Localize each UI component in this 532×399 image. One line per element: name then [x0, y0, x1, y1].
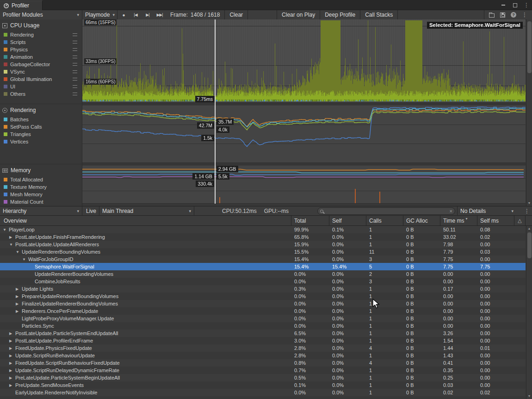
legend-item-ui[interactable]: UI: [0, 83, 82, 90]
current-frame-icon[interactable]: ▶▶|: [154, 10, 166, 19]
foldout-collapsed-icon[interactable]: ▶: [9, 235, 15, 239]
memory-chart[interactable]: [82, 166, 526, 204]
table-row[interactable]: ▶PreUpdate.SendMouseEvents0.1%0.0%10 B0.…: [0, 381, 532, 389]
drag-handle-icon[interactable]: [73, 33, 77, 36]
table-row[interactable]: EarlyUpdate.RendererNotifyInvisible0.0%0…: [0, 389, 532, 396]
search-input[interactable]: [325, 208, 448, 214]
table-row[interactable]: ▼PlayerLoop99.9%0.1%10 B50.110.08: [0, 226, 532, 233]
foldout-collapsed-icon[interactable]: ▶: [9, 346, 15, 350]
column-header-gc-alloc[interactable]: GC Alloc: [403, 216, 440, 225]
scrollbar-thumb[interactable]: [527, 21, 532, 73]
clear-on-play-button[interactable]: Clear on Play: [277, 10, 320, 19]
maximize-icon[interactable]: [511, 1, 519, 9]
legend-item-material-count[interactable]: Material Count: [0, 198, 82, 206]
foldout-expanded-icon[interactable]: ▼: [16, 250, 22, 254]
column-header-self[interactable]: Self: [329, 216, 366, 225]
save-profile-icon[interactable]: [500, 12, 505, 18]
drag-handle-icon[interactable]: [73, 85, 77, 88]
search-field[interactable]: ×: [317, 207, 455, 215]
minimize-icon[interactable]: [500, 1, 507, 9]
record-icon[interactable]: ●: [118, 10, 130, 19]
drag-handle-icon[interactable]: [73, 56, 77, 58]
legend-item-scripts[interactable]: Scripts: [0, 38, 82, 46]
foldout-collapsed-icon[interactable]: ▶: [16, 294, 22, 299]
next-frame-icon[interactable]: ▶|: [142, 10, 154, 19]
foldout-collapsed-icon[interactable]: ▶: [9, 331, 15, 336]
drag-handle-icon[interactable]: [73, 93, 77, 95]
table-row[interactable]: LightProbeProxyVolumeManager.Update0.0%0…: [0, 315, 532, 322]
foldout-collapsed-icon[interactable]: ▶: [9, 383, 15, 387]
scroll-down-icon[interactable]: ▼: [526, 393, 532, 399]
table-scrollbar[interactable]: ▲ ▼: [526, 226, 532, 399]
previous-frame-icon[interactable]: |◀: [130, 10, 142, 19]
clear-search-icon[interactable]: ×: [450, 208, 452, 214]
live-toggle-button[interactable]: Live: [84, 206, 99, 215]
legend-item-garbagecollector[interactable]: GarbageCollector: [0, 61, 82, 68]
legend-item-rendering[interactable]: Rendering: [0, 31, 82, 38]
details-view-dropdown[interactable]: No Details ▾: [457, 206, 516, 215]
table-row[interactable]: ▼WaitForJobGroupID15.4%0.0%30 B7.750.00: [0, 256, 532, 263]
deep-profile-button[interactable]: Deep Profile: [320, 10, 360, 19]
help-icon[interactable]: ?: [511, 12, 516, 18]
scroll-up-icon[interactable]: ▲: [526, 226, 532, 231]
charts-scrollbar[interactable]: ▼: [526, 19, 532, 206]
legend-item-mesh-memory[interactable]: Mesh Memory: [0, 191, 82, 198]
legend-item-physics[interactable]: Physics: [0, 46, 82, 53]
toolbar-menu-icon[interactable]: ⋮: [522, 12, 527, 18]
legend-item-batches[interactable]: Batches: [0, 116, 82, 123]
drag-handle-icon[interactable]: [73, 63, 77, 66]
call-stacks-button[interactable]: Call Stacks: [360, 10, 398, 19]
table-row[interactable]: ▶Update.ScriptRunDelayedDynamicFrameRate…: [0, 367, 532, 374]
foldout-collapsed-icon[interactable]: ▶: [9, 361, 15, 365]
legend-item-setpass-calls[interactable]: SetPass Calls: [0, 123, 82, 131]
foldout-expanded-icon[interactable]: ▼: [22, 257, 28, 262]
attach-target-dropdown[interactable]: Playmode ▾: [82, 10, 118, 19]
table-row[interactable]: UpdateRendererBoundingVolumes0.0%0.0%20 …: [0, 270, 532, 278]
table-row[interactable]: ▶FixedUpdate.ScriptRunBehaviourFixedUpda…: [0, 359, 532, 367]
table-row[interactable]: ▶PostLateUpdate.FinishFrameRendering65.8…: [0, 233, 532, 241]
table-row[interactable]: ▶PostLateUpdate.ProfilerEndFrame3.0%0.0%…: [0, 337, 532, 344]
column-header-overview[interactable]: Overview: [0, 216, 291, 225]
load-profile-icon[interactable]: [489, 13, 495, 18]
rendering-chart[interactable]: [82, 106, 526, 163]
table-row[interactable]: ▶FixedUpdate.PhysicsFixedUpdate2.8%0.0%4…: [0, 344, 532, 352]
table-row[interactable]: ▼PostLateUpdate.UpdateAllRenderers15.9%0…: [0, 241, 532, 248]
table-row[interactable]: ▶Update.ScriptRunBehaviourUpdate2.8%0.0%…: [0, 352, 532, 359]
table-row[interactable]: ▼UpdateRendererBoundingVolumes15.5%0.0%1…: [0, 248, 532, 256]
cpu-usage-chart[interactable]: [82, 19, 526, 103]
tab-profiler[interactable]: Profiler: [0, 0, 43, 10]
foldout-collapsed-icon[interactable]: ▶: [9, 368, 15, 373]
foldout-collapsed-icon[interactable]: ▶: [9, 354, 15, 358]
hierarchy-menu-icon[interactable]: ⋮: [523, 206, 531, 215]
legend-item-vsync[interactable]: VSync: [0, 68, 82, 75]
foldout-collapsed-icon[interactable]: ▶: [9, 339, 15, 343]
drag-handle-icon[interactable]: [73, 48, 77, 51]
foldout-collapsed-icon[interactable]: ▶: [9, 376, 15, 380]
table-row[interactable]: ▶PrepareUpdateRendererBoundingVolumes0.0…: [0, 293, 532, 300]
table-row[interactable]: CombineJobResults0.0%0.0%30 B0.000.00: [0, 278, 532, 285]
foldout-expanded-icon[interactable]: ▼: [9, 243, 15, 247]
table-row[interactable]: ▶FinalizeUpdateRendererBoundingVolumes0.…: [0, 300, 532, 307]
foldout-collapsed-icon[interactable]: ▶: [16, 302, 22, 306]
table-row[interactable]: ▶Update Lights0.3%0.0%10 B0.170.00: [0, 285, 532, 293]
column-header-time-ms[interactable]: Time ms ▾: [440, 216, 477, 225]
window-menu-icon[interactable]: ⋮: [523, 1, 530, 9]
legend-item-global-illumination[interactable]: Global Illumination: [0, 75, 82, 83]
legend-item-animation[interactable]: Animation: [0, 53, 82, 61]
clear-button[interactable]: Clear: [224, 10, 248, 19]
drag-handle-icon[interactable]: [73, 70, 77, 73]
scrollbar-thumb[interactable]: [527, 232, 532, 258]
column-header-self-ms[interactable]: Self ms: [477, 216, 514, 225]
table-row[interactable]: ▶PostLateUpdate.ParticleSystemEndUpdateA…: [0, 330, 532, 337]
scroll-down-icon[interactable]: ▼: [526, 200, 532, 206]
legend-item-texture-memory[interactable]: Texture Memory: [0, 183, 82, 191]
drag-handle-icon[interactable]: [73, 41, 77, 44]
column-header-calls[interactable]: Calls: [366, 216, 403, 225]
table-row[interactable]: Particles.Sync0.0%0.0%10 B0.000.00: [0, 322, 532, 330]
column-header-total[interactable]: Total: [291, 216, 329, 225]
foldout-collapsed-icon[interactable]: ▶: [16, 309, 22, 313]
thread-dropdown[interactable]: Main Thread ▾: [99, 206, 194, 215]
legend-item-triangles[interactable]: Triangles: [0, 131, 82, 138]
drag-handle-icon[interactable]: [73, 78, 77, 81]
legend-item-others[interactable]: Others: [0, 90, 82, 98]
